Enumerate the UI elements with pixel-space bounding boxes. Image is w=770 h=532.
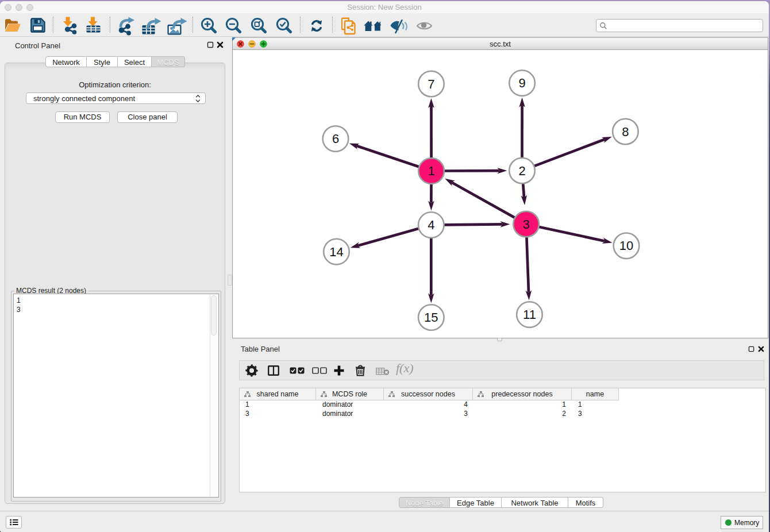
svg-text:6: 6 — [332, 132, 339, 146]
svg-text:1: 1 — [428, 164, 434, 178]
svg-text:3: 3 — [522, 217, 529, 232]
svg-text:14: 14 — [329, 245, 343, 259]
svg-text:10: 10 — [619, 238, 633, 253]
svg-text:7: 7 — [428, 77, 434, 91]
svg-text:4: 4 — [428, 218, 434, 232]
svg-text:11: 11 — [523, 307, 536, 322]
svg-text:15: 15 — [424, 310, 438, 325]
svg-text:8: 8 — [622, 125, 629, 139]
svg-text:2: 2 — [518, 164, 525, 178]
svg-text:9: 9 — [518, 76, 525, 90]
